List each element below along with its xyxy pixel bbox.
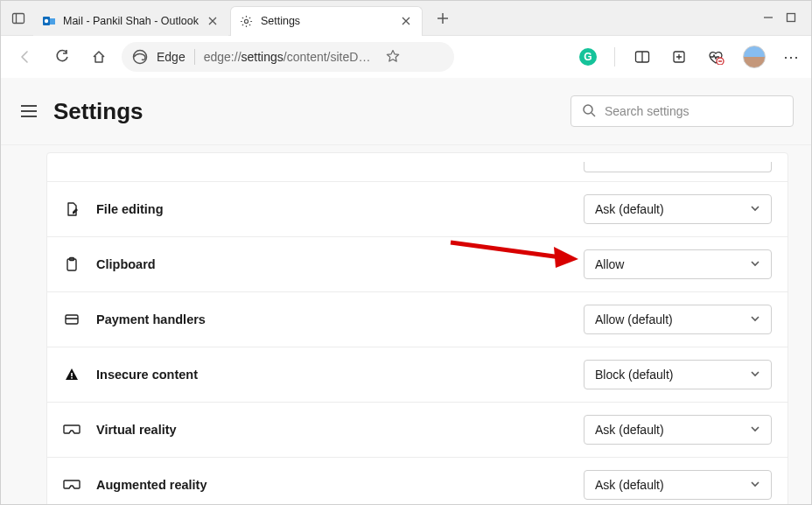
toolbar-right: G ⋯	[579, 46, 801, 68]
select-value: Allow	[595, 257, 624, 271]
permission-select[interactable]: Block (default)	[584, 360, 772, 389]
clipboard-icon	[63, 256, 80, 273]
svg-point-5	[245, 19, 248, 23]
svg-rect-25	[71, 377, 73, 379]
permission-select[interactable]: Ask (default)	[584, 415, 772, 445]
chevron-down-icon	[750, 368, 760, 382]
url-text: edge://settings/content/siteD…	[204, 50, 371, 64]
select-value: Allow (default)	[595, 312, 673, 326]
svg-rect-22	[66, 315, 78, 324]
close-icon[interactable]	[399, 14, 413, 28]
edge-logo-icon	[132, 49, 148, 65]
address-protocol-label: Edge	[157, 50, 186, 64]
svg-rect-4	[50, 18, 55, 25]
vr-headset-icon	[63, 476, 80, 494]
credit-card-icon	[63, 311, 80, 328]
svg-point-18	[584, 105, 592, 114]
health-icon[interactable]	[706, 47, 725, 67]
split-screen-icon[interactable]	[633, 47, 652, 67]
window-controls	[762, 11, 808, 25]
list-row: Virtual reality Ask (default)	[47, 402, 788, 457]
chevron-down-icon	[750, 202, 760, 216]
svg-point-3	[45, 18, 48, 22]
favorite-icon[interactable]	[386, 49, 400, 66]
row-label: Payment handlers	[96, 312, 568, 326]
back-button[interactable]	[11, 43, 39, 71]
list-row: Augmented reality Ask (default)	[47, 457, 788, 505]
settings-body: File editing Ask (default) Clipboard All…	[1, 145, 811, 505]
toolbar: Edge edge://settings/content/siteD… G ⋯	[1, 36, 811, 78]
list-row-partial	[47, 153, 788, 181]
vr-headset-icon	[63, 421, 80, 438]
gear-icon	[240, 14, 254, 28]
settings-header: Settings	[1, 78, 811, 145]
more-menu-button[interactable]: ⋯	[783, 47, 801, 67]
titlebar: Mail - Pankil Shah - Outlook Settings	[1, 1, 811, 36]
row-label: File editing	[96, 202, 568, 216]
address-bar[interactable]: Edge edge://settings/content/siteD…	[122, 42, 454, 72]
list-row: Payment handlers Allow (default)	[47, 291, 788, 347]
outlook-icon	[42, 14, 56, 28]
collections-icon[interactable]	[669, 47, 689, 67]
row-label: Augmented reality	[96, 478, 568, 492]
select-value: Ask (default)	[595, 423, 664, 437]
tab-title: Mail - Pankil Shah - Outlook	[63, 15, 199, 27]
refresh-button[interactable]	[48, 43, 76, 71]
permission-select[interactable]: Allow	[584, 249, 772, 279]
tab-actions-button[interactable]	[4, 4, 32, 32]
search-box[interactable]	[570, 95, 794, 127]
select-value: Ask (default)	[595, 202, 664, 216]
select-value: Block (default)	[595, 368, 673, 382]
permission-select[interactable]: Allow (default)	[584, 305, 772, 334]
chevron-down-icon	[750, 257, 760, 271]
page-title: Settings	[53, 98, 144, 125]
close-icon[interactable]	[206, 14, 220, 28]
maximize-button[interactable]	[785, 11, 797, 25]
tab-settings[interactable]: Settings	[230, 6, 423, 36]
list-row: Insecure content Block (default)	[47, 347, 788, 402]
home-button[interactable]	[85, 43, 113, 71]
tab-outlook[interactable]: Mail - Pankil Shah - Outlook	[33, 6, 228, 36]
menu-button[interactable]	[17, 99, 41, 123]
list-row: File editing Ask (default)	[47, 181, 788, 236]
grammarly-icon[interactable]: G	[579, 48, 597, 66]
minimize-button[interactable]	[762, 11, 774, 25]
search-input[interactable]	[605, 104, 782, 118]
row-label: Insecure content	[96, 368, 568, 382]
svg-rect-0	[13, 13, 24, 23]
select-value: Ask (default)	[595, 478, 664, 492]
new-tab-button[interactable]	[429, 4, 457, 32]
divider	[614, 47, 615, 67]
tab-title: Settings	[261, 15, 392, 27]
document-edit-icon	[63, 200, 80, 218]
svg-rect-7	[788, 13, 795, 21]
svg-rect-24	[71, 373, 73, 376]
chevron-down-icon	[750, 423, 760, 437]
row-label: Clipboard	[96, 257, 568, 271]
permissions-list: File editing Ask (default) Clipboard All…	[46, 152, 788, 505]
divider	[194, 49, 195, 65]
svg-line-19	[592, 113, 595, 116]
chevron-down-icon	[750, 478, 760, 492]
chevron-down-icon	[750, 312, 760, 326]
list-row: Clipboard Allow	[47, 236, 788, 291]
warning-icon	[63, 366, 80, 383]
permission-select[interactable]: Ask (default)	[584, 470, 772, 500]
permission-select[interactable]: Ask (default)	[584, 194, 772, 224]
search-icon	[582, 103, 596, 120]
row-label: Virtual reality	[96, 423, 568, 437]
profile-avatar[interactable]	[743, 46, 766, 68]
select-partial[interactable]	[584, 162, 772, 172]
